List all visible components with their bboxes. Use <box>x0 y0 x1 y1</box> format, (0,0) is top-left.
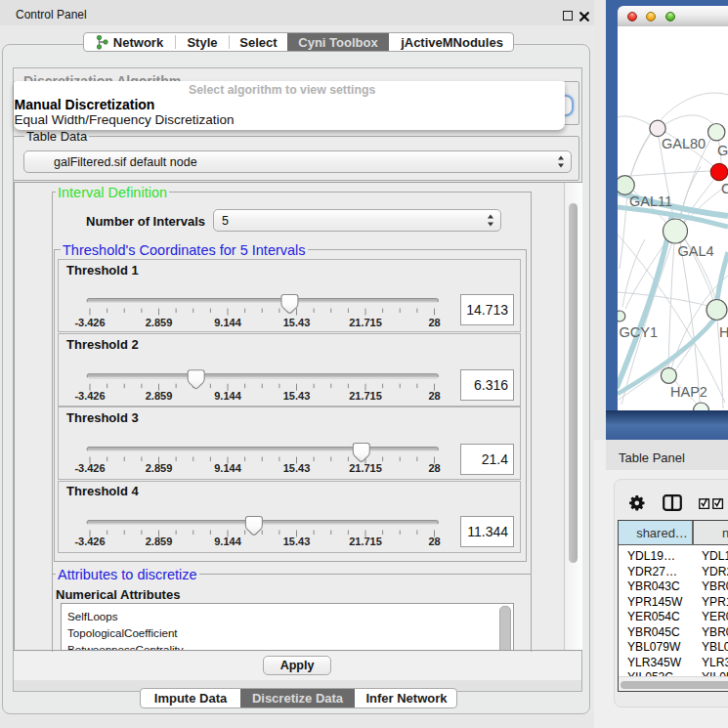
svg-text:GA: GA <box>717 143 728 158</box>
svg-text:CD: CD <box>721 181 728 196</box>
svg-text:GCY1: GCY1 <box>620 324 659 340</box>
svg-text:GAL11: GAL11 <box>629 193 672 209</box>
svg-text:HAP2: HAP2 <box>670 384 707 400</box>
svg-text:HI: HI <box>719 324 728 340</box>
svg-text:GAL4: GAL4 <box>678 243 714 259</box>
svg-text:GAL80: GAL80 <box>662 136 706 151</box>
